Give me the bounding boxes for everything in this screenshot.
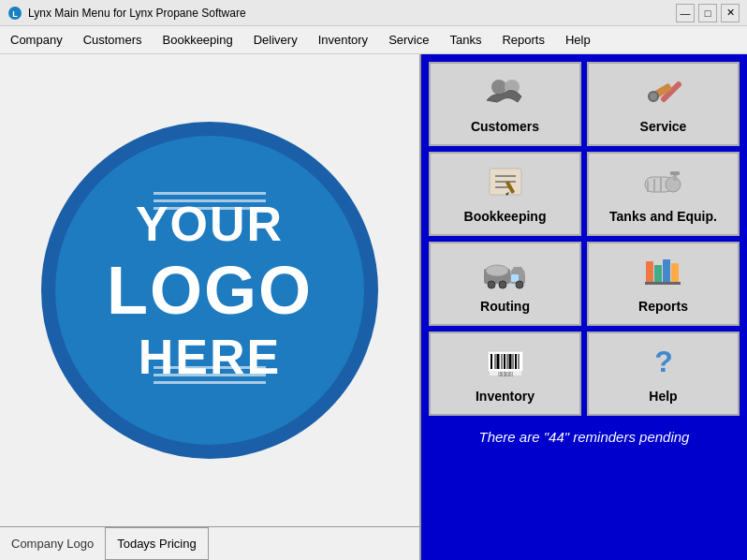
help-button[interactable]: ? Help [587, 332, 740, 416]
app-icon: L [7, 6, 22, 21]
logo-line-2 [154, 199, 266, 202]
title-bar-controls: — □ ✕ [676, 4, 740, 22]
menu-bar: Company Customers Bookkeeping Delivery I… [0, 26, 747, 54]
main-content: YOUR LOGO HERE Company Logo Todays Prici… [0, 54, 747, 560]
menu-service[interactable]: Service [378, 26, 439, 53]
tanks-label: Tanks and Equip. [609, 209, 717, 224]
logo-line-4 [154, 366, 266, 369]
close-button[interactable]: ✕ [721, 4, 740, 22]
menu-help[interactable]: Help [555, 26, 601, 53]
title-bar: L Lynx Main Menu for Lynx Propane Softwa… [0, 0, 747, 26]
svg-rect-28 [646, 261, 653, 284]
menu-delivery[interactable]: Delivery [243, 26, 308, 53]
help-icon: ? [640, 344, 687, 385]
logo-circle-inner: YOUR LOGO HERE [55, 136, 364, 445]
svg-rect-29 [654, 265, 662, 284]
svg-rect-22 [511, 274, 519, 282]
logo-area: YOUR LOGO HERE [0, 54, 419, 526]
tanks-button[interactable]: Tanks and Equip. [587, 152, 740, 236]
right-panel: Customers Service [421, 54, 747, 560]
svg-text:||||||||||||: |||||||||||| [498, 371, 513, 376]
maximize-button[interactable]: □ [698, 4, 717, 22]
svg-rect-32 [645, 282, 681, 285]
logo-line-3 [154, 207, 266, 210]
title-bar-left: L Lynx Main Menu for Lynx Propane Softwa… [7, 6, 246, 21]
svg-text:?: ? [654, 345, 673, 378]
window-title: Lynx Main Menu for Lynx Propane Software [28, 7, 246, 20]
logo-line-6 [154, 381, 266, 384]
svg-rect-16 [670, 171, 680, 175]
menu-customers[interactable]: Customers [73, 26, 153, 53]
bookkeeping-button[interactable]: Bookkeeping [429, 152, 581, 236]
svg-point-26 [516, 281, 523, 288]
reminder-text: There are "44" reminders pending [429, 421, 740, 452]
todays-pricing-button[interactable]: Todays Pricing [105, 527, 209, 560]
logo-circle-outer: YOUR LOGO HERE [41, 122, 378, 459]
grid-buttons: Customers Service [429, 62, 740, 416]
minimize-button[interactable]: — [676, 4, 695, 22]
svg-text:L: L [12, 9, 18, 19]
logo-line-5 [154, 374, 266, 376]
bookkeeping-icon [482, 164, 529, 205]
logo-logo: LOGO [107, 252, 313, 329]
menu-reports[interactable]: Reports [491, 26, 555, 53]
service-icon [640, 74, 687, 115]
bookkeeping-label: Bookkeeping [464, 209, 547, 224]
routing-label: Routing [480, 299, 530, 314]
customers-label: Customers [471, 119, 539, 134]
routing-icon [482, 254, 529, 295]
inventory-label: Inventory [476, 389, 535, 404]
reports-icon [640, 254, 687, 295]
service-label: Service [640, 119, 687, 134]
help-label: Help [649, 389, 677, 404]
company-logo-label: Company Logo [0, 527, 105, 560]
menu-inventory[interactable]: Inventory [308, 26, 378, 53]
left-panel: YOUR LOGO HERE Company Logo Todays Prici… [0, 54, 421, 560]
inventory-button[interactable]: |||||||||||| Inventory [429, 332, 581, 416]
customers-button[interactable]: Customers [429, 62, 581, 146]
inventory-icon: |||||||||||| [482, 344, 529, 385]
svg-point-6 [649, 92, 658, 101]
logo-footer: Company Logo Todays Pricing [0, 526, 419, 560]
menu-bookkeeping[interactable]: Bookkeeping [153, 26, 243, 53]
svg-rect-31 [671, 263, 679, 284]
logo-lines-bottom [154, 366, 266, 384]
logo-lines-top [154, 192, 266, 210]
svg-rect-30 [663, 259, 670, 284]
routing-button[interactable]: Routing [429, 242, 581, 326]
svg-point-25 [499, 281, 506, 288]
service-button[interactable]: Service [587, 62, 740, 146]
reports-button[interactable]: Reports [587, 242, 740, 326]
reports-label: Reports [638, 299, 688, 314]
menu-tanks[interactable]: Tanks [439, 26, 491, 53]
logo-text: YOUR LOGO HERE [107, 196, 313, 385]
svg-point-2 [491, 80, 506, 95]
menu-company[interactable]: Company [0, 26, 73, 53]
svg-point-27 [486, 265, 508, 276]
svg-point-24 [488, 281, 495, 288]
svg-marker-23 [510, 267, 525, 273]
customers-icon [482, 74, 529, 115]
logo-line-1 [154, 192, 266, 195]
tanks-icon [640, 164, 687, 205]
